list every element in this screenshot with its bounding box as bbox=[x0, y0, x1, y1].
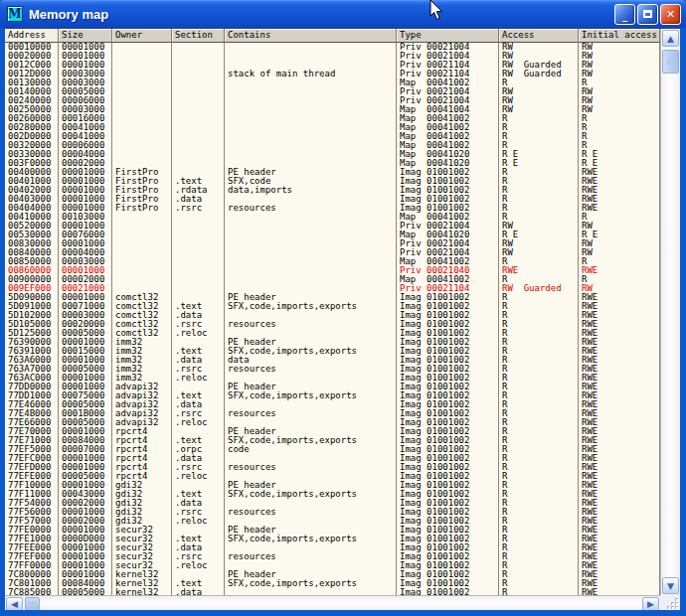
table-row[interactable]: 0083000000001000Priv 00021004RWRW bbox=[5, 239, 660, 248]
table-row[interactable]: 0086000000001000Priv 00021040RWERWE bbox=[5, 266, 660, 275]
cell-initial-access: RWE bbox=[579, 418, 660, 427]
cell-contains bbox=[225, 105, 397, 114]
table-row[interactable]: 5D10500000020000comctl32.rsrcresourcesIm… bbox=[5, 320, 660, 329]
scroll-left-button[interactable]: ◀ bbox=[6, 597, 23, 610]
cell-contains: resources bbox=[225, 365, 397, 374]
scroll-up-button[interactable]: ▲ bbox=[662, 30, 679, 47]
table-row[interactable]: 77F1100000043000gdi32.textSFX,code,impor… bbox=[5, 490, 660, 499]
table-row[interactable]: 7C80100000084000kernel32.textSFX,code,im… bbox=[5, 579, 660, 588]
table-row[interactable]: 0041000000103000Map 00041002RR bbox=[5, 213, 660, 222]
table-row[interactable]: 0024000000006000Priv 00021004RWRW bbox=[5, 96, 660, 105]
table-row[interactable]: 7639100000015000imm32.textSFX,code,impor… bbox=[5, 347, 660, 356]
table-row[interactable]: 77FEF00000001000secur32.rsrcresourcesIma… bbox=[5, 552, 660, 561]
table-row[interactable]: 0012D00000003000stack of main threadPriv… bbox=[5, 70, 660, 78]
cell-contains bbox=[225, 222, 397, 231]
column-header-initial-access[interactable]: Initial access bbox=[579, 29, 660, 43]
table-row[interactable]: 0033000000004000Map 00041020R ER E bbox=[5, 150, 660, 159]
table-row[interactable]: 0053000000076000Map 00041020R ER E bbox=[5, 231, 660, 239]
table-row[interactable]: 0085000000003000Map 00041002RR bbox=[5, 257, 660, 266]
column-header-contains[interactable]: Contains bbox=[225, 29, 397, 43]
table-row[interactable]: 009EF00000021000Priv 00021104RW GuardedR… bbox=[5, 284, 660, 293]
table-row[interactable]: 0014000000005000Priv 00021004RWRW bbox=[5, 87, 660, 96]
scroll-right-button[interactable]: ▶ bbox=[642, 597, 659, 610]
table-row[interactable]: 763AC00000001000imm32.relocImag 01001002… bbox=[5, 374, 660, 383]
table-row[interactable]: 7C88500000005000kernel32.dataImag 010010… bbox=[5, 588, 660, 595]
cell-contains bbox=[225, 257, 397, 266]
table-row[interactable]: 77F1000000001000gdi32PE headerImag 01001… bbox=[5, 481, 660, 490]
table-row[interactable]: 5D12500000005000comctl32.relocImag 01001… bbox=[5, 329, 660, 338]
column-header-owner[interactable]: Owner bbox=[112, 29, 172, 43]
table-row[interactable]: 0012C00000001000Priv 00021104RW GuardedR… bbox=[5, 61, 660, 70]
column-header-section[interactable]: Section bbox=[172, 29, 225, 43]
table-row[interactable]: 002D000000041000Map 00041002RR bbox=[5, 132, 660, 141]
table-row[interactable]: 77FE000000001000secur32PE headerImag 010… bbox=[5, 526, 660, 535]
table-row[interactable]: 0026000000016000Map 00041002RR bbox=[5, 114, 660, 123]
table-row[interactable]: 77E4B0000001B000advapi32.rsrcresourcesIm… bbox=[5, 409, 660, 418]
table-row[interactable]: 0052000000001000Priv 00021004RWRW bbox=[5, 222, 660, 231]
table-row[interactable]: 77DD000000001000advapi32PE headerImag 01… bbox=[5, 383, 660, 391]
table-row[interactable]: 77EFC00000001000rpcrt4.dataImag 01001002… bbox=[5, 454, 660, 463]
column-header-type[interactable]: Type bbox=[397, 29, 499, 43]
table-row[interactable]: 0002000000001000Priv 00021004RWRW bbox=[5, 52, 660, 61]
table-row[interactable]: 77F5700000002000gdi32.relocImag 01001002… bbox=[5, 517, 660, 526]
cell-address: 00320000 bbox=[5, 141, 59, 150]
table-row[interactable]: 77FEE00000001000secur32.dataImag 0100100… bbox=[5, 543, 660, 552]
vertical-scrollbar[interactable]: ▲ ▼ bbox=[660, 29, 680, 595]
table-row[interactable]: 0090000000002000Map 00041002RR bbox=[5, 275, 660, 284]
table-row[interactable]: 7C80000000001000kernel32PE headerImag 01… bbox=[5, 570, 660, 579]
table-row[interactable]: 77EF500000007000rpcrt4.orpccodeImag 0100… bbox=[5, 445, 660, 454]
table-row[interactable]: 77E4600000005000advapi32.dataImag 010010… bbox=[5, 400, 660, 409]
table-row[interactable]: 77DD100000075000advapi32.textSFX,code,im… bbox=[5, 391, 660, 400]
table-row[interactable]: 0001000000001000Priv 00021004RWRW bbox=[5, 43, 660, 52]
table-row[interactable]: 77EFD00000001000rpcrt4.rsrcresourcesImag… bbox=[5, 463, 660, 472]
table-row[interactable]: 5D09000000001000comctl32PE headerImag 01… bbox=[5, 293, 660, 302]
table-row[interactable]: 77E6600000005000advapi32.relocImag 01001… bbox=[5, 418, 660, 427]
horizontal-scrollbar[interactable]: ◀ ▶ bbox=[5, 595, 660, 610]
minimize-button[interactable]: _ bbox=[614, 4, 635, 25]
cell-contains bbox=[225, 561, 397, 570]
column-header-size[interactable]: Size bbox=[59, 29, 112, 43]
table-row[interactable]: 77EFE00000005000rpcrt4.relocImag 0100100… bbox=[5, 472, 660, 481]
cell-initial-access: RWE bbox=[579, 329, 660, 338]
table-row[interactable]: 0040200000001000FirstPro.rdatadata,impor… bbox=[5, 186, 660, 195]
cell-owner: gdi32 bbox=[112, 499, 172, 508]
table-row[interactable]: 77FF000000001000secur32.relocImag 010010… bbox=[5, 561, 660, 570]
horizontal-scrollbar-thumb[interactable] bbox=[25, 597, 40, 610]
cell-initial-access: RWE bbox=[579, 311, 660, 320]
table-row[interactable]: 763A700000005000imm32.rsrcresourcesImag … bbox=[5, 365, 660, 374]
close-button[interactable]: ✕ bbox=[660, 4, 681, 25]
table-row[interactable]: 003F000000002000Map 00041020R ER E bbox=[5, 159, 660, 168]
table-row[interactable]: 0028000000041000Map 00041002RR bbox=[5, 123, 660, 132]
cell-access: R bbox=[499, 374, 579, 383]
table-row[interactable]: 5D10200000003000comctl32.dataImag 010010… bbox=[5, 311, 660, 320]
table-row[interactable]: 0013000000003000Map 00041002RR bbox=[5, 78, 660, 87]
table-row[interactable]: 0032000000006000Map 00041002RR bbox=[5, 141, 660, 150]
scroll-down-button[interactable]: ▼ bbox=[662, 577, 679, 594]
table-row[interactable]: 77F5400000002000gdi32.dataImag 01001002R… bbox=[5, 499, 660, 508]
vertical-scrollbar-thumb[interactable] bbox=[662, 50, 679, 74]
resize-grip[interactable] bbox=[660, 595, 680, 610]
table-row[interactable]: 77E7000000001000rpcrt4PE headerImag 0100… bbox=[5, 427, 660, 436]
table-row[interactable]: 763A600000001000imm32.datadataImag 01001… bbox=[5, 356, 660, 365]
table-row[interactable]: 5D09100000071000comctl32.textSFX,code,im… bbox=[5, 302, 660, 311]
table-row[interactable]: 0025000000003000Map 00041004RWRW bbox=[5, 105, 660, 114]
table-row[interactable]: 0040400000001000FirstPro.rsrcresourcesIm… bbox=[5, 204, 660, 213]
column-header-address[interactable]: Address bbox=[5, 29, 59, 43]
maximize-button[interactable] bbox=[637, 4, 658, 25]
table-row[interactable]: 0040100000001000FirstPro.textSFX,codeIma… bbox=[5, 177, 660, 186]
cell-address: 7C885000 bbox=[5, 588, 59, 595]
table-row[interactable]: 77F5600000001000gdi32.rsrcresourcesImag … bbox=[5, 508, 660, 517]
table-row[interactable]: 0040000000001000FirstProPE headerImag 01… bbox=[5, 168, 660, 177]
table-row[interactable]: 7639000000001000imm32PE headerImag 01001… bbox=[5, 338, 660, 347]
cell-owner bbox=[112, 284, 172, 293]
table-row[interactable]: 77FE10000000D000secur32.textSFX,code,imp… bbox=[5, 535, 660, 543]
column-header-access[interactable]: Access bbox=[499, 29, 579, 43]
cell-type: Map 00041002 bbox=[397, 114, 499, 123]
table-row[interactable]: 0040300000001000FirstPro.dataImag 010010… bbox=[5, 195, 660, 204]
cell-section: .text bbox=[172, 579, 225, 588]
table-row[interactable]: 77E7100000084000rpcrt4.textSFX,code,impo… bbox=[5, 436, 660, 445]
table-row[interactable]: 0084000000004000Priv 00021004RWRW bbox=[5, 248, 660, 257]
cell-initial-access: RW bbox=[579, 239, 660, 248]
titlebar[interactable]: M Memory map _ ✕ bbox=[0, 0, 686, 28]
cell-owner: rpcrt4 bbox=[112, 463, 172, 472]
